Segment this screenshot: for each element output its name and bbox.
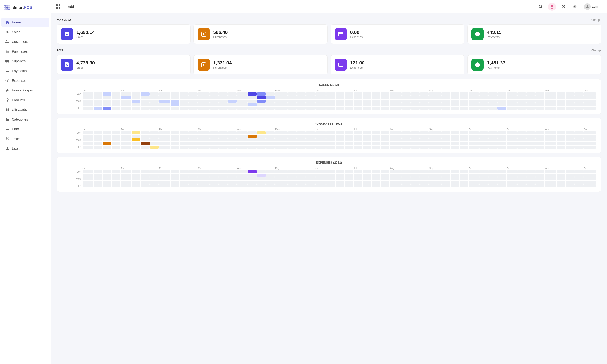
users-icon bbox=[5, 39, 10, 44]
folder-icon bbox=[5, 117, 10, 122]
main-content: + Add admin bbox=[51, 0, 607, 364]
purchases-heatmap: JanJanFebMarAprMayJunJulAugSepOctOctNovD… bbox=[62, 128, 596, 149]
year-expenses-value: 121.00 bbox=[350, 60, 365, 66]
may-expenses-info: 0.00 Expenses bbox=[350, 30, 363, 39]
svg-point-1 bbox=[6, 5, 8, 7]
may-stat-sales: 1,693.14 Sales bbox=[57, 25, 191, 44]
settings-button[interactable] bbox=[571, 3, 579, 11]
sidebar-item-home-label: Home bbox=[12, 20, 21, 24]
sidebar-item-suppliers[interactable]: Suppliers bbox=[1, 56, 49, 66]
avatar-icon bbox=[586, 5, 589, 8]
year-payments-info: 1,481.33 Payments bbox=[487, 60, 505, 69]
logo-icon bbox=[4, 4, 11, 11]
bell-icon bbox=[550, 5, 554, 9]
box-icon bbox=[5, 98, 10, 102]
sidebar-item-products[interactable]: Products bbox=[1, 95, 49, 105]
sidebar-item-taxes[interactable]: Taxes bbox=[1, 134, 49, 143]
sidebar-item-housekeeping[interactable]: House Keeping bbox=[1, 86, 49, 95]
sidebar-item-expenses[interactable]: $ Expenses bbox=[1, 76, 49, 85]
sidebar-item-payments[interactable]: Payments bbox=[1, 66, 49, 76]
svg-point-3 bbox=[4, 7, 6, 9]
svg-point-6 bbox=[4, 9, 6, 11]
svg-point-0 bbox=[4, 5, 6, 7]
search-button[interactable] bbox=[537, 3, 545, 11]
sidebar-item-giftcards[interactable]: Gift Cards bbox=[1, 105, 49, 115]
sidebar-item-users[interactable]: Users bbox=[1, 144, 49, 153]
year-period: 2022 bbox=[57, 49, 64, 52]
clock-button[interactable] bbox=[559, 3, 567, 11]
year-stat-payments: 1,481.33 Payments bbox=[467, 55, 601, 74]
sidebar-item-housekeeping-label: House Keeping bbox=[12, 88, 35, 92]
year-expenses-label: Expenses bbox=[350, 66, 365, 69]
svg-point-2 bbox=[8, 5, 10, 7]
sidebar-item-users-label: Users bbox=[12, 147, 21, 151]
year-expenses-icon bbox=[335, 59, 347, 71]
year-expenses-info: 121.00 Expenses bbox=[350, 60, 365, 69]
may-sales-value: 1,693.14 bbox=[76, 30, 95, 35]
svg-point-8 bbox=[8, 9, 10, 11]
may-stat-payments: 443.15 Payments bbox=[467, 25, 601, 44]
sidebar-item-units[interactable]: Units bbox=[1, 124, 49, 134]
sales-chart-title: SALES (2022) bbox=[62, 83, 596, 87]
year-sales-icon bbox=[61, 59, 73, 71]
year-stat-expenses: 121.00 Expenses bbox=[330, 55, 464, 74]
add-label: + Add bbox=[65, 5, 74, 9]
may-expenses-value: 0.00 bbox=[350, 30, 363, 35]
app-name: SmartPOS bbox=[12, 5, 32, 10]
may-sales-info: 1,693.14 Sales bbox=[76, 30, 95, 39]
admin-label: admin bbox=[592, 5, 600, 8]
svg-point-27 bbox=[539, 5, 541, 8]
sidebar-item-purchases[interactable]: Purchases bbox=[1, 47, 49, 56]
admin-menu[interactable]: admin bbox=[582, 2, 602, 11]
may-expenses-label: Expenses bbox=[350, 36, 363, 39]
add-button[interactable]: + Add bbox=[63, 3, 76, 10]
sidebar: SmartPOS Home Sales Customers Purchases bbox=[0, 0, 51, 364]
tag-icon bbox=[5, 30, 10, 34]
logo: SmartPOS bbox=[0, 0, 51, 15]
svg-point-30 bbox=[587, 5, 588, 6]
ruler-icon bbox=[5, 127, 10, 131]
may-purchases-info: 566.40 Purchases bbox=[213, 30, 228, 39]
sidebar-item-expenses-label: Expenses bbox=[12, 79, 26, 82]
sidebar-item-units-label: Units bbox=[12, 127, 19, 131]
svg-rect-32 bbox=[338, 32, 343, 36]
sidebar-item-sales[interactable]: Sales bbox=[1, 27, 49, 37]
may-purchases-value: 566.40 bbox=[213, 30, 228, 35]
sidebar-item-categories[interactable]: Categories bbox=[1, 115, 49, 124]
year-change-link[interactable]: Change bbox=[591, 49, 601, 52]
sidebar-item-products-label: Products bbox=[12, 98, 25, 102]
may-period: MAY 2022 bbox=[57, 18, 71, 22]
purchases-chart: PURCHASES (2022) JanJanFebMarAprMayJunJu… bbox=[57, 118, 601, 153]
expenses-icon-purple bbox=[335, 28, 347, 40]
grid-view-button[interactable] bbox=[56, 4, 60, 9]
svg-point-4 bbox=[6, 7, 8, 9]
sidebar-item-taxes-label: Taxes bbox=[12, 137, 21, 141]
year-purchases-icon bbox=[198, 59, 210, 71]
expenses-heatmap: JanJanFebMarAprMayJunJulAugSepOctOctNovD… bbox=[62, 167, 596, 188]
year-payments-icon bbox=[471, 59, 484, 71]
may-payments-info: 443.15 Payments bbox=[487, 30, 501, 39]
expenses-chart: EXPENSES (2022) JanJanFebMarAprMayJunJul… bbox=[57, 157, 601, 192]
svg-line-28 bbox=[541, 7, 542, 8]
year-stats-row: 4,739.30 Sales 1,321.04 Purchases 121. bbox=[57, 55, 601, 74]
cart-icon bbox=[5, 49, 10, 53]
sidebar-item-home[interactable]: Home bbox=[1, 17, 49, 27]
year-purchases-label: Purchases bbox=[213, 66, 232, 69]
expenses-chart-title: EXPENSES (2022) bbox=[62, 161, 596, 164]
purchases-icon-orange bbox=[198, 28, 210, 40]
svg-point-25 bbox=[8, 139, 9, 140]
notifications-button[interactable] bbox=[548, 3, 556, 11]
percent-icon bbox=[5, 137, 10, 141]
gift-icon bbox=[5, 108, 10, 112]
truck-icon bbox=[5, 59, 10, 63]
sidebar-item-customers[interactable]: Customers bbox=[1, 37, 49, 46]
may-change-link[interactable]: Change bbox=[591, 18, 601, 22]
gear-icon bbox=[573, 5, 577, 9]
dollar-icon: $ bbox=[5, 78, 10, 83]
sales-heatmap: JanJanFebMarAprMayJunJulAugSepOctOctNovD… bbox=[62, 89, 596, 110]
year-sales-value: 4,739.30 bbox=[76, 60, 95, 66]
svg-rect-10 bbox=[6, 70, 9, 71]
svg-rect-18 bbox=[6, 129, 9, 130]
sidebar-item-suppliers-label: Suppliers bbox=[12, 59, 26, 63]
year-stat-purchases: 1,321.04 Purchases bbox=[194, 55, 328, 74]
